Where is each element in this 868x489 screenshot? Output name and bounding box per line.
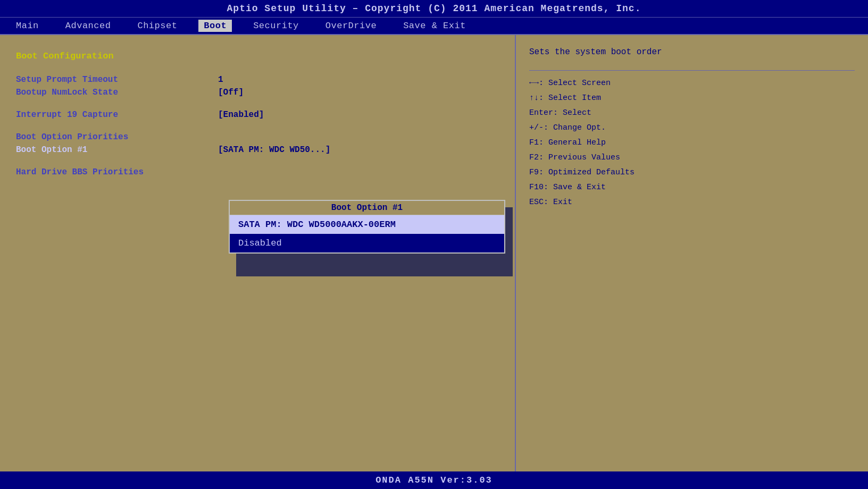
key-hint-4: F1: General Help [529, 137, 855, 149]
menu-bar: Main Advanced Chipset Boot Security Over… [0, 17, 868, 34]
value-boot-option1: [SATA PM: WDC WD50...] [218, 145, 330, 155]
popup-box: Boot Option #1 SATA PM: WDC WD5000AAKX-0… [229, 200, 505, 254]
config-row-interrupt: Interrupt 19 Capture [Enabled] [16, 110, 499, 120]
popup-title: Boot Option #1 [230, 201, 504, 215]
separator [529, 70, 855, 71]
key-hint-8: ESC: Exit [529, 196, 855, 209]
label-boot-priorities: Boot Option Priorities [16, 132, 218, 142]
key-hint-1: ↑↓: Select Item [529, 92, 855, 105]
key-hint-7: F10: Save & Exit [529, 181, 855, 194]
key-hints: ←→: Select Screen ↑↓: Select Item Enter:… [529, 77, 855, 211]
label-interrupt: Interrupt 19 Capture [16, 110, 218, 120]
value-interrupt: [Enabled] [218, 110, 264, 120]
config-row-numlock: Bootup NumLock State [Off] [16, 88, 499, 97]
value-numlock: [Off] [218, 88, 244, 97]
title-text: Aptio Setup Utility – Copyright (C) 2011… [227, 3, 641, 14]
value-timeout: 1 [218, 75, 223, 85]
popup-option-disabled[interactable]: Disabled [230, 234, 504, 252]
left-panel: Boot Configuration Setup Prompt Timeout … [0, 35, 516, 471]
key-hint-3: +/-: Change Opt. [529, 122, 855, 134]
right-panel: Sets the system boot order ←→: Select Sc… [516, 35, 868, 471]
popup-option-sata[interactable]: SATA PM: WDC WD5000AAKX-00ERM [230, 215, 504, 234]
key-hint-5: F2: Previous Values [529, 151, 855, 164]
config-row-timeout: Setup Prompt Timeout 1 [16, 75, 499, 85]
main-content: Boot Configuration Setup Prompt Timeout … [0, 34, 868, 471]
menu-item-security[interactable]: Security [248, 20, 304, 32]
label-numlock: Bootup NumLock State [16, 88, 218, 97]
menu-item-overdrive[interactable]: OverDrive [320, 20, 382, 32]
bios-screen: Aptio Setup Utility – Copyright (C) 2011… [0, 0, 868, 489]
label-hdd-priorities: Hard Drive BBS Priorities [16, 167, 218, 177]
menu-item-main[interactable]: Main [11, 20, 44, 32]
section-title: Boot Configuration [16, 51, 499, 61]
menu-item-advanced[interactable]: Advanced [60, 20, 116, 32]
menu-item-chipset[interactable]: Chipset [132, 20, 182, 32]
footer-text: ONDA A55N Ver:3.03 [375, 475, 493, 485]
key-hint-6: F9: Optimized Defaults [529, 166, 855, 179]
label-boot-option1: Boot Option #1 [16, 145, 218, 155]
menu-item-boot[interactable]: Boot [198, 20, 232, 32]
config-row-hdd-priorities[interactable]: Hard Drive BBS Priorities [16, 167, 499, 177]
key-hint-0: ←→: Select Screen [529, 77, 855, 90]
key-hint-2: Enter: Select [529, 107, 855, 120]
popup-overlay: Boot Option #1 SATA PM: WDC WD5000AAKX-0… [229, 200, 505, 254]
label-timeout: Setup Prompt Timeout [16, 75, 218, 85]
footer: ONDA A55N Ver:3.03 [0, 471, 868, 489]
title-bar: Aptio Setup Utility – Copyright (C) 2011… [0, 0, 868, 17]
menu-item-save-exit[interactable]: Save & Exit [398, 20, 471, 32]
config-row-boot-option1[interactable]: Boot Option #1 [SATA PM: WDC WD50...] [16, 145, 499, 155]
help-text: Sets the system boot order [529, 46, 855, 58]
config-row-boot-priorities: Boot Option Priorities [16, 132, 499, 142]
